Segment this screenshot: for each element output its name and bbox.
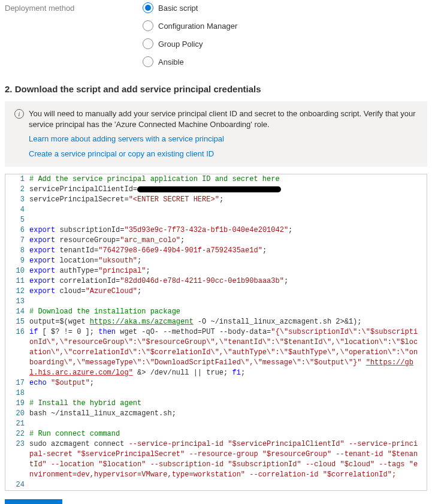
info-text: You will need to manually add your servi… xyxy=(29,109,416,129)
radio-label: Ansible xyxy=(158,58,184,67)
info-box: i You will need to manually add your ser… xyxy=(5,101,427,167)
code-text: ; xyxy=(137,256,141,265)
code-string: "$servicePrincipalClientId" xyxy=(223,440,349,448)
link-create-sp[interactable]: Create a service principal or copy an ex… xyxy=(29,149,418,159)
link-learn-more[interactable]: Learn more about adding servers with a s… xyxy=(29,134,418,144)
radio-basic-script[interactable]: Basic script xyxy=(143,2,237,13)
radio-circle-icon xyxy=(143,56,153,67)
code-text: output=$(wget xyxy=(29,318,90,326)
code-text: subscriptionId= xyxy=(55,226,124,234)
code-string: "arc_man_colo" xyxy=(120,236,180,245)
deployment-method-row: Deployment method Basic script Configura… xyxy=(5,0,427,70)
code-keyword: then xyxy=(98,328,116,336)
download-button[interactable]: Download xyxy=(5,499,62,504)
code-string: "<ENTER SECRET HERE>" xyxy=(129,195,219,204)
code-text: wget -qO- --method=PUT --body-data= xyxy=(116,328,271,336)
code-comment: # Run connect command xyxy=(29,430,120,438)
code-text: servicePrincipalSecret= xyxy=(29,195,129,204)
code-string: "$cloud" xyxy=(336,460,379,469)
code-text: tenantId= xyxy=(55,246,98,255)
radio-circle-icon xyxy=(143,20,153,31)
code-flag: --tenant-id xyxy=(336,450,383,458)
code-keyword: export xyxy=(29,287,55,295)
code-text: [ $? != 0 ]; xyxy=(38,328,98,336)
code-comment: # Add the service principal application … xyxy=(29,175,280,183)
radio-label: Basic script xyxy=(158,4,198,13)
code-keyword: export xyxy=(29,277,55,285)
code-flag: --resource-group xyxy=(189,450,258,458)
code-keyword: echo xyxy=(29,379,47,387)
code-text: ; xyxy=(241,369,245,377)
info-content: You will need to manually add your servi… xyxy=(29,108,418,159)
code-comment: # Install the hybrid agent xyxy=(29,399,141,408)
code-keyword: export xyxy=(29,256,55,265)
code-text: servicePrincipalClientId= xyxy=(29,185,137,194)
code-string: "principal" xyxy=(98,267,146,275)
code-string: "82dd046d-e78d-4211-90cc-0e1b90baaa3b" xyxy=(120,277,284,285)
code-flag: --service-principal-id xyxy=(129,440,223,448)
radio-group-policy[interactable]: Group Policy xyxy=(143,38,237,49)
code-keyword: export xyxy=(29,226,55,234)
code-flag: --tags xyxy=(379,460,404,469)
code-text xyxy=(47,379,51,387)
download-row: Download xyxy=(5,499,427,504)
code-comment: # Download the installation package xyxy=(29,307,180,316)
code-text: ; xyxy=(146,267,150,275)
code-keyword: export xyxy=(29,246,55,255)
radio-ansible[interactable]: Ansible xyxy=(143,56,237,67)
code-text: ; xyxy=(180,236,185,245)
code-string: "35d93e9c-7f73-432a-bf1b-040e4e201042" xyxy=(124,226,288,234)
code-string: "AzureCloud" xyxy=(86,287,137,295)
code-text: ; xyxy=(284,277,288,285)
code-text: location= xyxy=(55,256,98,265)
code-text: correlationId= xyxy=(55,277,120,285)
code-text: ; xyxy=(90,379,94,387)
section-2-title: 2. Download the script and add service p… xyxy=(5,84,427,94)
code-text: authType= xyxy=(55,267,98,275)
code-text: -O ~/install_linux_azcmagent.sh 2>&1); xyxy=(194,318,362,326)
code-text: ; xyxy=(262,246,267,255)
radio-label: Configuration Manager xyxy=(158,22,237,31)
redacted-client-id xyxy=(137,186,281,192)
code-string: "$location" xyxy=(94,460,150,469)
code-text: ; xyxy=(288,226,292,234)
code-flag: --cloud xyxy=(306,460,336,469)
code-string: "$servicePrincipalSecret" xyxy=(72,450,189,458)
code-text: bash ~/install_linux_azcmagent.sh; xyxy=(29,409,176,418)
deployment-method-label: Deployment method xyxy=(5,2,143,13)
code-flag: --location xyxy=(51,460,94,469)
code-string: "uksouth" xyxy=(98,256,137,265)
code-text: &> /dev/null || true; xyxy=(133,369,232,377)
radio-config-manager[interactable]: Configuration Manager xyxy=(143,20,237,31)
code-string: "764279e8-66e9-49b4-901f-a7592435ae1d" xyxy=(98,246,262,255)
code-string: "$resourceGroup" xyxy=(258,450,336,458)
code-keyword: if xyxy=(29,328,38,336)
code-keyword: export xyxy=(29,267,55,275)
deployment-method-group: Basic script Configuration Manager Group… xyxy=(143,2,237,67)
code-string: "$output" xyxy=(51,379,90,387)
code-keyword: export xyxy=(29,236,55,245)
code-string: "$subscriptionId" xyxy=(223,460,306,469)
code-text: resourceGroup= xyxy=(55,236,120,245)
code-text xyxy=(362,358,366,367)
code-text: cloud= xyxy=(55,287,85,295)
code-text: ; xyxy=(137,287,141,295)
script-code-box[interactable]: 1# Add the service principal application… xyxy=(5,174,427,491)
code-flag: --subscription-id xyxy=(150,460,223,469)
radio-circle-icon xyxy=(143,2,153,13)
info-icon: i xyxy=(14,109,24,119)
code-string: "$correlationId"; xyxy=(318,470,396,479)
code-flag: --correlation-id xyxy=(249,470,318,479)
code-text: sudo azcmagent connect xyxy=(29,440,129,448)
code-text: ; xyxy=(219,195,223,204)
radio-label: Group Policy xyxy=(158,40,203,49)
code-url: https://aka.ms/azcmagent xyxy=(90,318,194,326)
code-keyword: fi xyxy=(232,369,240,377)
radio-circle-icon xyxy=(143,38,153,49)
